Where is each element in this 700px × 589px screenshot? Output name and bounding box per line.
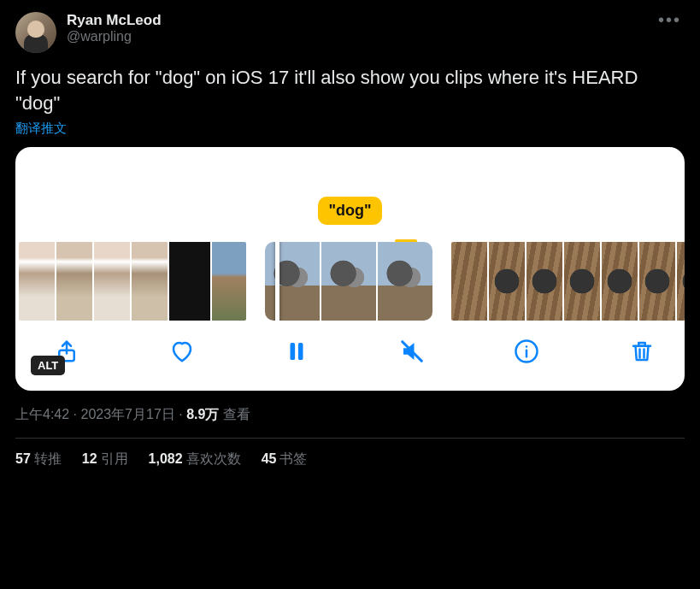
thumbnail — [639, 242, 675, 321]
info-icon[interactable] — [513, 338, 540, 365]
thumbnail — [451, 242, 487, 321]
playhead[interactable] — [275, 242, 279, 321]
clip-strip-2[interactable] — [265, 242, 432, 321]
tweet-meta: 上午4:42 · 2023年7月17日 · 8.9万 查看 — [15, 406, 685, 424]
views-count: 8.9万 — [186, 407, 219, 421]
user-handle[interactable]: @warpling — [67, 29, 162, 44]
thumbnail — [321, 242, 376, 321]
quotes-stat[interactable]: 12引用 — [82, 451, 128, 468]
tweet-time[interactable]: 上午4:42 — [15, 407, 69, 421]
thumbnail — [94, 242, 130, 321]
tweet-text: If you search for "dog" on iOS 17 it'll … — [15, 65, 685, 115]
search-tag: "dog" — [318, 197, 381, 225]
tweet-header: Ryan McLeod @warpling ••• — [15, 12, 685, 53]
thumbnail — [602, 242, 638, 321]
alt-badge[interactable]: ALT — [31, 356, 65, 375]
thumbnail — [526, 242, 562, 321]
tweet-date[interactable]: 2023年7月17日 — [80, 407, 174, 421]
pause-icon[interactable] — [283, 338, 310, 365]
tweet-container: Ryan McLeod @warpling ••• If you search … — [0, 0, 700, 479]
thumbnail — [265, 242, 320, 321]
thumbnail — [169, 242, 210, 321]
svg-rect-1 — [291, 343, 296, 360]
mute-icon[interactable] — [398, 338, 426, 365]
tweet-stats: 57转推 12引用 1,082喜欢次数 45书签 — [15, 451, 685, 468]
views-label: 查看 — [223, 407, 250, 421]
divider — [15, 438, 685, 439]
thumbnail — [677, 242, 685, 321]
more-icon[interactable]: ••• — [655, 12, 685, 27]
translate-link[interactable]: 翻译推文 — [15, 121, 67, 137]
svg-point-6 — [526, 346, 528, 349]
video-toolbar — [15, 336, 685, 391]
video-timeline[interactable] — [15, 242, 685, 336]
thumbnail — [378, 242, 432, 321]
thumbnail — [19, 242, 55, 321]
media-card[interactable]: "dog" — [15, 147, 685, 391]
thumbnail — [212, 242, 246, 321]
thumbnail — [132, 242, 168, 321]
avatar[interactable] — [15, 12, 56, 53]
thumbnail — [56, 242, 92, 321]
user-block[interactable]: Ryan McLeod @warpling — [15, 12, 162, 53]
thumbnail — [489, 242, 525, 321]
thumbnail — [564, 242, 600, 321]
clip-strip-3[interactable] — [451, 242, 685, 321]
bookmarks-stat[interactable]: 45书签 — [262, 451, 308, 468]
display-name[interactable]: Ryan McLeod — [67, 12, 162, 29]
clip-strip-1[interactable] — [19, 242, 246, 321]
search-tag-wrap: "dog" — [15, 197, 685, 225]
retweets-stat[interactable]: 57转推 — [15, 451, 62, 468]
trash-icon[interactable] — [628, 338, 656, 365]
svg-rect-2 — [298, 343, 303, 360]
likes-stat[interactable]: 1,082喜欢次数 — [149, 451, 241, 468]
heart-icon[interactable] — [168, 338, 196, 365]
name-block: Ryan McLeod @warpling — [67, 12, 162, 53]
